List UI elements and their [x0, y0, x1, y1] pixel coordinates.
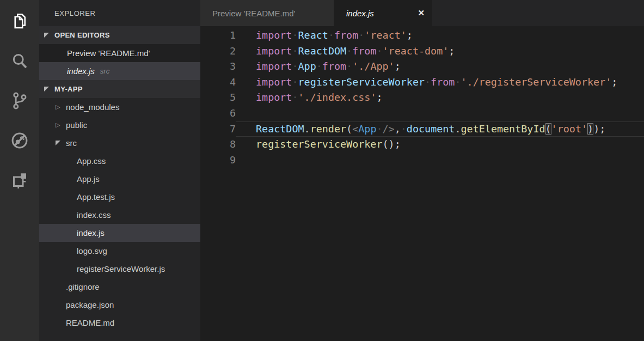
- file-label: src: [66, 138, 77, 148]
- tabbar-empty-space: [432, 0, 644, 26]
- chevron-expanded-icon: [44, 87, 54, 92]
- line-content[interactable]: import·ReactDOM·from·'react-dom';: [236, 44, 644, 59]
- code-line-3[interactable]: 3import·App·from·'./App';: [200, 59, 644, 75]
- debug-icon: [10, 131, 29, 150]
- file-label: package.json: [66, 300, 114, 309]
- file-label: registerServiceWorker.js: [77, 264, 165, 273]
- workspace-label: MY-APP: [54, 85, 83, 93]
- line-number[interactable]: 3: [200, 59, 236, 75]
- file-label: node_modules: [66, 102, 119, 112]
- debug-button[interactable]: [0, 120, 39, 160]
- tab-preview-readme[interactable]: Preview 'README.md': [200, 0, 334, 26]
- open-editors-label: OPEN EDITORS: [54, 31, 110, 39]
- file-label: App.test.js: [77, 192, 115, 202]
- extensions-button[interactable]: [0, 160, 39, 200]
- open-editors-list: Preview 'README.md'index.jssrc: [39, 44, 200, 80]
- tree-item-index-js[interactable]: index.js: [39, 224, 200, 242]
- code-line-8[interactable]: 8registerServiceWorker();: [200, 137, 644, 153]
- editor-area: Preview 'README.md' index.js ✕ 1import·R…: [200, 0, 644, 341]
- chevron-collapsed-icon: ▷: [56, 122, 66, 128]
- tree-item-app-js[interactable]: App.js: [39, 170, 200, 188]
- tree-item-gitignore[interactable]: .gitignore: [39, 278, 200, 296]
- vscode-window: EXPLORER OPEN EDITORS Preview 'README.md…: [0, 0, 644, 341]
- open-editors-header[interactable]: OPEN EDITORS: [39, 26, 200, 44]
- line-content[interactable]: [236, 153, 644, 168]
- tree-item-index-css[interactable]: index.css: [39, 206, 200, 224]
- file-label: App.css: [77, 156, 106, 166]
- file-label: index.css: [77, 210, 111, 220]
- tree-item-app-test-js[interactable]: App.test.js: [39, 188, 200, 206]
- line-content[interactable]: import·registerServiceWorker·from·'./reg…: [236, 75, 644, 90]
- close-icon[interactable]: ✕: [418, 8, 425, 18]
- tab-index-js[interactable]: index.js ✕: [334, 0, 432, 26]
- folder-badge: src: [100, 67, 109, 75]
- files-icon: [10, 11, 29, 31]
- file-label: index.js: [67, 66, 95, 76]
- explorer-button[interactable]: [0, 1, 39, 41]
- file-label: App.js: [77, 174, 100, 184]
- tab-label: Preview 'README.md': [212, 9, 295, 18]
- code-line-4[interactable]: 4import·registerServiceWorker·from·'./re…: [200, 75, 644, 90]
- file-label: logo.svg: [77, 246, 107, 255]
- tab-label: index.js: [346, 9, 374, 18]
- line-content[interactable]: import·App·from·'./App';: [236, 59, 644, 75]
- tree-item-node-modules[interactable]: ▷node_modules: [39, 98, 200, 116]
- code-line-9[interactable]: 9: [200, 153, 644, 168]
- tree-item-package-json[interactable]: package.json: [39, 296, 200, 314]
- line-number[interactable]: 7: [200, 121, 236, 137]
- tree-item-public[interactable]: ▷public: [39, 116, 200, 134]
- line-number[interactable]: 5: [200, 90, 236, 106]
- sidebar-title: EXPLORER: [39, 0, 200, 26]
- chevron-collapsed-icon: ▷: [56, 104, 66, 110]
- search-icon: [10, 51, 29, 71]
- chevron-expanded-icon: [56, 141, 66, 145]
- open-editor-item-index-js[interactable]: index.jssrc: [39, 62, 200, 80]
- code-line-5[interactable]: 5import·'./index.css';: [200, 90, 644, 106]
- source-control-button[interactable]: [0, 81, 39, 120]
- chevron-expanded-icon: [44, 33, 54, 38]
- file-label: public: [66, 120, 87, 130]
- line-content[interactable]: registerServiceWorker();: [236, 137, 644, 153]
- tree-item-src[interactable]: src: [39, 134, 200, 152]
- search-button[interactable]: [0, 41, 39, 81]
- line-number[interactable]: 9: [200, 153, 236, 168]
- file-tree: ▷node_modules▷publicsrcApp.cssApp.jsApp.…: [39, 98, 200, 332]
- line-number[interactable]: 1: [200, 28, 236, 44]
- explorer-sidebar: EXPLORER OPEN EDITORS Preview 'README.md…: [39, 0, 200, 341]
- activity-bar: [0, 0, 39, 341]
- tree-item-registerserviceworker-js[interactable]: registerServiceWorker.js: [39, 260, 200, 278]
- tree-item-readme-md[interactable]: README.md: [39, 314, 200, 332]
- line-content[interactable]: import·'./index.css';: [236, 90, 644, 106]
- line-content[interactable]: [236, 106, 644, 121]
- line-content[interactable]: import·React·from·'react';: [236, 28, 644, 44]
- file-label: Preview 'README.md': [67, 48, 150, 58]
- file-label: .gitignore: [66, 282, 100, 291]
- tree-item-logo-svg[interactable]: logo.svg: [39, 242, 200, 260]
- line-number[interactable]: 4: [200, 75, 236, 90]
- extensions-icon: [10, 170, 29, 190]
- line-content[interactable]: ReactDOM.render(<App·/>,·document.getEle…: [236, 121, 644, 137]
- line-number[interactable]: 6: [200, 106, 236, 121]
- line-number[interactable]: 2: [200, 44, 236, 59]
- line-number[interactable]: 8: [200, 137, 236, 153]
- code-line-6[interactable]: 6: [200, 106, 644, 121]
- tab-bar: Preview 'README.md' index.js ✕: [200, 0, 644, 26]
- code-editor[interactable]: 1import·React·from·'react';2import·React…: [200, 26, 644, 341]
- file-label: index.js: [77, 228, 105, 238]
- file-label: README.md: [66, 318, 114, 327]
- code-line-2[interactable]: 2import·ReactDOM·from·'react-dom';: [200, 44, 644, 59]
- code-line-1[interactable]: 1import·React·from·'react';: [200, 28, 644, 44]
- tree-item-app-css[interactable]: App.css: [39, 152, 200, 170]
- git-branch-icon: [10, 91, 29, 111]
- code-line-7[interactable]: 7ReactDOM.render(<App·/>,·document.getEl…: [200, 121, 644, 137]
- workspace-section-header[interactable]: MY-APP: [39, 80, 200, 98]
- open-editor-item-preview-readme-md[interactable]: Preview 'README.md': [39, 44, 200, 62]
